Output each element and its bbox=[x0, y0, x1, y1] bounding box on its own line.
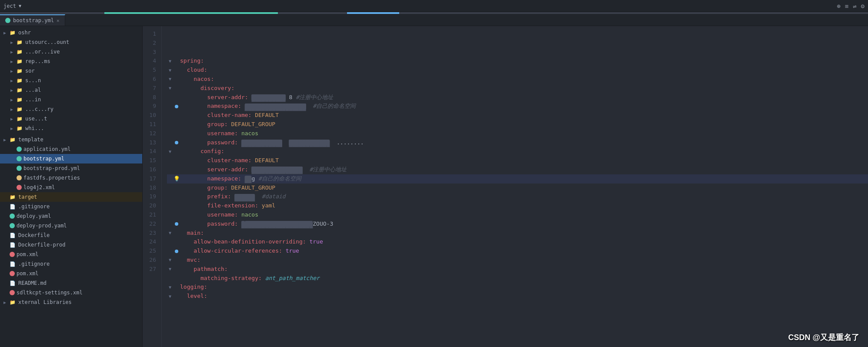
sidebar-item[interactable]: ▶📁utsourc...ount bbox=[0, 37, 142, 47]
fold-icon[interactable]: ▼ bbox=[167, 230, 173, 236]
fold-icon[interactable] bbox=[167, 275, 173, 281]
sidebar-item[interactable]: deploy.yaml bbox=[0, 211, 142, 221]
fold-icon[interactable] bbox=[167, 203, 173, 209]
fold-icon[interactable] bbox=[167, 103, 173, 110]
sidebar-item[interactable]: ▶📁template bbox=[0, 135, 142, 144]
fold-icon[interactable]: ▼ bbox=[167, 85, 173, 91]
token: main: bbox=[180, 230, 204, 236]
fold-icon[interactable] bbox=[167, 212, 173, 218]
fold-icon[interactable] bbox=[167, 113, 173, 119]
sidebar-item[interactable]: ▶📁...c...ry bbox=[0, 104, 142, 114]
fold-icon[interactable] bbox=[167, 121, 173, 127]
fold-icon[interactable] bbox=[167, 140, 173, 146]
project-dropdown-arrow[interactable]: ▼ bbox=[19, 3, 21, 8]
fold-icon[interactable]: ▼ bbox=[167, 58, 173, 64]
sidebar-item[interactable]: ▶📁rep...ms bbox=[0, 57, 142, 66]
sidebar-item[interactable]: ▶📁xternal Libraries bbox=[0, 297, 142, 307]
code-tokens: nacos: bbox=[180, 75, 214, 84]
file-tree-label: pom.xml bbox=[17, 270, 39, 277]
code-tokens: username: nacos bbox=[180, 210, 258, 220]
settings-icon[interactable]: ⚙ bbox=[861, 3, 865, 10]
token bbox=[303, 166, 310, 173]
tree-arrow: ▶ bbox=[10, 107, 17, 112]
sidebar-item[interactable]: ▶📁...in bbox=[0, 95, 142, 104]
sidebar-item[interactable]: 📄Dockerfile-prod bbox=[0, 240, 142, 250]
sidebar-item[interactable]: bootstrap-prod.yml bbox=[0, 163, 142, 173]
fold-icon[interactable] bbox=[167, 158, 173, 164]
file-tree-icon: 📁 bbox=[10, 137, 17, 142]
code-tokens: group: DEFAULT_GROUP bbox=[180, 120, 275, 129]
fold-icon[interactable]: ▼ bbox=[167, 294, 173, 300]
token: #dataid bbox=[262, 193, 286, 200]
tab-close-button[interactable]: ✕ bbox=[57, 18, 60, 23]
tree-arrow: ▶ bbox=[3, 137, 10, 142]
editor[interactable]: 1234567891011121314151617181920212223242… bbox=[143, 26, 868, 347]
line-number: 14 bbox=[143, 147, 156, 156]
token: ████████████████████ bbox=[245, 221, 313, 227]
token: cluster-name: bbox=[180, 157, 255, 163]
fold-icon[interactable]: ▼ bbox=[167, 76, 173, 82]
line-number: 18 bbox=[143, 184, 156, 193]
add-icon[interactable]: ⊕ bbox=[837, 3, 840, 10]
sidebar-item[interactable]: bootstrap.yml bbox=[0, 154, 142, 163]
sidebar-item[interactable]: ▶📁whi... bbox=[0, 123, 142, 133]
file-tree-icon bbox=[17, 166, 22, 171]
fold-icon[interactable]: ▼ bbox=[167, 266, 173, 272]
sidebar-item[interactable]: fastdfs.properties bbox=[0, 173, 142, 183]
sidebar-item[interactable]: sdltkcpt-settings.xml bbox=[0, 288, 142, 297]
file-tree-label: deploy-prod.yaml bbox=[17, 223, 67, 229]
sidebar-item[interactable]: ▶📁use...t bbox=[0, 114, 142, 123]
sidebar-item[interactable]: ▶📁...or...ive bbox=[0, 47, 142, 57]
gutter-icon bbox=[173, 105, 180, 108]
fold-icon[interactable] bbox=[167, 248, 173, 254]
fold-icon[interactable]: ▼ bbox=[167, 149, 173, 155]
line-number: 7 bbox=[143, 84, 156, 93]
list-icon[interactable]: ≡ bbox=[845, 3, 848, 10]
fold-icon[interactable] bbox=[167, 94, 173, 100]
fold-icon[interactable] bbox=[167, 221, 173, 227]
sidebar-item[interactable]: pom.xml bbox=[0, 250, 142, 259]
fold-icon[interactable] bbox=[167, 194, 173, 200]
code-tokens: cloud: bbox=[180, 66, 207, 75]
tab-bootstrap-yml[interactable]: bootstrap.yml ✕ bbox=[0, 14, 65, 26]
token: allow-bean-definition-overriding: bbox=[180, 238, 309, 245]
code-line: matching-strategy: ant_path_matcher bbox=[167, 274, 868, 283]
sidebar-item[interactable]: 📄.gitignore bbox=[0, 259, 142, 269]
sidebar-item[interactable]: 📄.gitignore bbox=[0, 202, 142, 211]
sidebar-item[interactable]: log4j2.xml bbox=[0, 183, 142, 192]
line-numbers: 1234567891011121314151617181920212223242… bbox=[143, 26, 162, 347]
fold-icon[interactable]: ▼ bbox=[167, 257, 173, 263]
file-tree-label: ...al bbox=[25, 87, 41, 93]
fold-icon[interactable]: ▼ bbox=[167, 284, 173, 290]
fold-icon[interactable] bbox=[167, 239, 173, 245]
token: cluster-name: bbox=[180, 112, 255, 118]
line-number: 27 bbox=[143, 265, 156, 274]
fold-icon[interactable] bbox=[167, 167, 173, 173]
sidebar-item[interactable]: 📄README.md bbox=[0, 278, 142, 288]
fold-icon[interactable] bbox=[167, 130, 173, 137]
fold-icon[interactable] bbox=[167, 185, 173, 191]
fold-icon[interactable]: ▼ bbox=[167, 67, 173, 73]
sync-icon[interactable]: ⇌ bbox=[853, 3, 856, 10]
lightbulb-icon[interactable]: 💡 bbox=[174, 175, 180, 183]
line-number: 9 bbox=[143, 102, 156, 111]
sidebar-item[interactable]: 📁target bbox=[0, 192, 142, 202]
file-tree-label: xternal Libraries bbox=[18, 299, 72, 305]
sidebar-item[interactable]: ▶📁...al bbox=[0, 85, 142, 95]
fold-icon[interactable] bbox=[167, 176, 173, 182]
file-tree-label: use...t bbox=[25, 116, 47, 122]
code-content[interactable]: ▼spring:▼ cloud:▼ nacos:▼ discovery: ser… bbox=[162, 26, 868, 347]
sidebar-item[interactable]: pom.xml bbox=[0, 269, 142, 278]
token: pathmatch: bbox=[180, 266, 228, 272]
sidebar-item[interactable]: ▶📁oshr bbox=[0, 28, 142, 37]
sidebar-item[interactable]: application.yml bbox=[0, 144, 142, 154]
gutter-icon: 💡 bbox=[173, 175, 180, 183]
sidebar-item[interactable]: deploy-prod.yaml bbox=[0, 221, 142, 230]
sidebar-item[interactable]: ▶📁s...n bbox=[0, 76, 142, 85]
line-number: 2 bbox=[143, 39, 156, 48]
file-tree-icon: 📁 bbox=[17, 116, 23, 121]
sidebar-item[interactable]: 📄Dockerfile bbox=[0, 230, 142, 240]
sidebar-item[interactable]: ▶📁sor bbox=[0, 66, 142, 76]
code-line: password: ████████████ ████████████ ....… bbox=[167, 138, 868, 147]
code-tokens: cluster-name: DEFAULT bbox=[180, 111, 279, 120]
